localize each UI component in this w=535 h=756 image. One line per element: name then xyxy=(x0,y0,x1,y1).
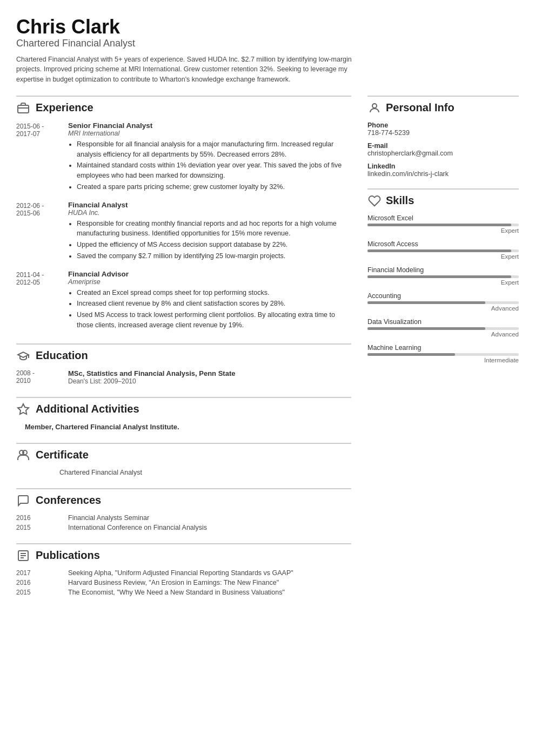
skill-bar-bg xyxy=(367,327,519,330)
bullet: Created an Excel spread comps sheet for … xyxy=(77,288,351,298)
conferences-title: Conferences xyxy=(36,494,101,507)
briefcase-icon xyxy=(16,101,30,115)
edu-note-1: Dean's List: 2009–2010 xyxy=(68,377,235,385)
exp-bullets-3: Created an Excel spread comps sheet for … xyxy=(68,288,351,330)
skill-name: Machine Learning xyxy=(367,344,519,352)
exp-entry-3: 2011-04 -2012-05 Financial Advisor Ameri… xyxy=(16,270,351,332)
skill-bar-bg xyxy=(367,249,519,252)
personal-info-header: Personal Info xyxy=(367,96,519,115)
conferences-section-header: Conferences xyxy=(16,488,351,508)
email-field: E-mail christopherclark@gmail.com xyxy=(367,142,519,157)
exp-job-title-2: Financial Analyst xyxy=(68,201,351,209)
additional-section: Additional Activities Member, Chartered … xyxy=(16,397,351,431)
personal-info-section: Personal Info Phone 718-774-5239 E-mail … xyxy=(367,96,519,178)
bullet: Created a spare parts pricing scheme; gr… xyxy=(77,182,351,192)
phone-field: Phone 718-774-5239 xyxy=(367,122,519,137)
exp-dates-2: 2012-06 -2015-06 xyxy=(16,201,59,262)
skill-name: Microsoft Access xyxy=(367,240,519,248)
candidate-summary: Chartered Financial Analyst with 5+ year… xyxy=(16,55,373,85)
exp-content-2: Financial Analyst HUDA Inc. Responsible … xyxy=(68,201,351,262)
exp-bullets-1: Responsible for all financial analysis f… xyxy=(68,139,351,192)
skill-bar-bg xyxy=(367,301,519,304)
resume-header: Chris Clark Chartered Financial Analyst … xyxy=(16,16,519,85)
linkedin-label: LinkedIn xyxy=(367,163,519,170)
bullet: Responsible for all financial analysis f… xyxy=(77,139,351,160)
exp-job-title-1: Senior Financial Analyst xyxy=(68,122,351,130)
conf-year-2: 2015 xyxy=(16,524,59,531)
skill-level: Expert xyxy=(367,227,519,234)
pub-year-3: 2015 xyxy=(16,589,59,596)
pub-year-2: 2016 xyxy=(16,579,59,586)
pub-entry-2: 2016 Harvard Business Review, "An Erosio… xyxy=(16,579,351,586)
pub-title-1: Seeking Alpha, "Uniform Adjusted Financi… xyxy=(68,569,293,577)
skill-bar-fill xyxy=(367,327,485,330)
skill-item: Accounting Advanced xyxy=(367,292,519,312)
linkedin-value: linkedin.com/in/chris-j-clark xyxy=(367,170,519,178)
conf-entry-1: 2016 Financial Analysts Seminar xyxy=(16,514,351,522)
person-icon xyxy=(367,101,382,115)
svg-point-9 xyxy=(372,104,377,108)
experience-title: Experience xyxy=(36,102,93,114)
skill-bar-fill xyxy=(367,249,511,252)
skill-bar-bg xyxy=(367,353,519,356)
skill-item: Data Visualization Advanced xyxy=(367,318,519,338)
experience-section-header: Experience xyxy=(16,96,351,115)
exp-dates-3: 2011-04 -2012-05 xyxy=(16,270,59,332)
skill-level: Expert xyxy=(367,253,519,260)
candidate-name: Chris Clark xyxy=(16,16,519,38)
publications-section: Publications 2017 Seeking Alpha, "Unifor… xyxy=(16,543,351,596)
skill-level: Expert xyxy=(367,279,519,286)
skill-name: Accounting xyxy=(367,292,519,300)
phone-label: Phone xyxy=(367,122,519,129)
exp-content-1: Senior Financial Analyst MRI Internation… xyxy=(68,122,351,193)
skill-level: Intermediate xyxy=(367,357,519,363)
experience-section: Experience 2015-06 -2017-07 Senior Finan… xyxy=(16,96,351,332)
skill-bar-bg xyxy=(367,275,519,278)
exp-job-title-3: Financial Advisor xyxy=(68,270,351,278)
skill-name: Financial Modeling xyxy=(367,266,519,274)
skills-container: Microsoft Excel Expert Microsoft Access … xyxy=(367,214,519,363)
certificate-icon xyxy=(16,448,30,462)
skills-header: Skills xyxy=(367,188,519,208)
education-section-header: Education xyxy=(16,343,351,363)
exp-company-3: Ameriprise xyxy=(68,278,351,286)
skill-bar-fill xyxy=(367,275,511,278)
additional-section-header: Additional Activities xyxy=(16,397,351,416)
skills-icon xyxy=(367,194,382,208)
conf-year-1: 2016 xyxy=(16,514,59,522)
skills-title: Skills xyxy=(386,194,414,207)
exp-dates-1: 2015-06 -2017-07 xyxy=(16,122,59,193)
right-column: Personal Info Phone 718-774-5239 E-mail … xyxy=(367,96,519,608)
certificate-title: Certificate xyxy=(36,449,89,461)
pub-title-3: The Economist, "Why We Need a New Standa… xyxy=(68,589,285,596)
resume-body: Experience 2015-06 -2017-07 Senior Finan… xyxy=(16,96,519,608)
education-title: Education xyxy=(36,349,88,362)
bullet: Used MS Access to track lowest performin… xyxy=(77,310,351,330)
conf-entry-2: 2015 International Conference on Financi… xyxy=(16,524,351,531)
edu-dates-1: 2008 -2010 xyxy=(16,369,59,385)
graduation-icon xyxy=(16,349,30,363)
personal-info-title: Personal Info xyxy=(386,102,454,114)
education-section: Education 2008 -2010 MSc, Statistics and… xyxy=(16,343,351,385)
email-label: E-mail xyxy=(367,142,519,150)
bullet: Saved the company $2.7 million by identi… xyxy=(77,251,351,261)
bullet: Responsible for creating monthly financi… xyxy=(77,219,351,239)
conferences-section: Conferences 2016 Financial Analysts Semi… xyxy=(16,488,351,531)
skill-name: Data Visualization xyxy=(367,318,519,326)
svg-rect-0 xyxy=(18,105,29,113)
conf-name-1: Financial Analysts Seminar xyxy=(68,514,149,522)
star-icon xyxy=(16,402,30,416)
edu-entry-1: 2008 -2010 MSc, Statistics and Financial… xyxy=(16,369,351,385)
exp-entry-1: 2015-06 -2017-07 Senior Financial Analys… xyxy=(16,122,351,193)
additional-title: Additional Activities xyxy=(36,403,139,415)
edu-degree-1: MSc, Statistics and Financial Analysis, … xyxy=(68,369,235,377)
pub-entry-3: 2015 The Economist, "Why We Need a New S… xyxy=(16,589,351,596)
conf-name-2: International Conference on Financial An… xyxy=(68,524,207,531)
phone-value: 718-774-5239 xyxy=(367,129,519,137)
certificate-section-header: Certificate xyxy=(16,443,351,462)
exp-company-2: HUDA Inc. xyxy=(68,209,351,217)
linkedin-field: LinkedIn linkedin.com/in/chris-j-clark xyxy=(367,163,519,178)
skill-item: Microsoft Access Expert xyxy=(367,240,519,260)
skills-section: Skills Microsoft Excel Expert Microsoft … xyxy=(367,188,519,363)
skill-item: Machine Learning Intermediate xyxy=(367,344,519,363)
